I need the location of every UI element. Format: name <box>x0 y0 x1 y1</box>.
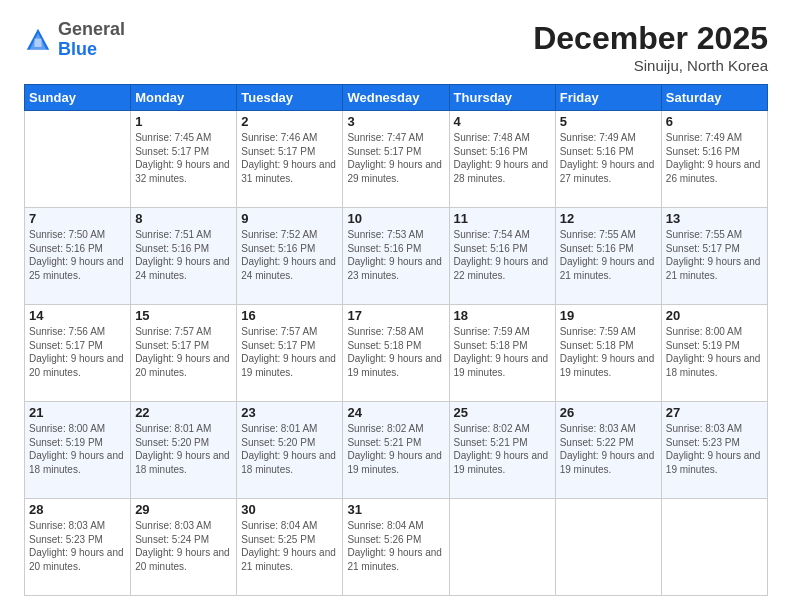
day-number: 9 <box>241 211 338 226</box>
calendar-cell: 24Sunrise: 8:02 AMSunset: 5:21 PMDayligh… <box>343 402 449 499</box>
cell-info: Sunrise: 8:03 AMSunset: 5:23 PMDaylight:… <box>666 422 763 476</box>
calendar-cell: 1Sunrise: 7:45 AMSunset: 5:17 PMDaylight… <box>131 111 237 208</box>
daylight-text: Daylight: 9 hours and 21 minutes. <box>241 547 336 572</box>
daylight-text: Daylight: 9 hours and 24 minutes. <box>135 256 230 281</box>
sunset-text: Sunset: 5:17 PM <box>241 146 315 157</box>
col-thursday: Thursday <box>449 85 555 111</box>
daylight-text: Daylight: 9 hours and 19 minutes. <box>241 353 336 378</box>
calendar-cell: 18Sunrise: 7:59 AMSunset: 5:18 PMDayligh… <box>449 305 555 402</box>
calendar-week-5: 28Sunrise: 8:03 AMSunset: 5:23 PMDayligh… <box>25 499 768 596</box>
sunrise-text: Sunrise: 8:02 AM <box>454 423 530 434</box>
cell-info: Sunrise: 7:55 AMSunset: 5:16 PMDaylight:… <box>560 228 657 282</box>
sunrise-text: Sunrise: 8:04 AM <box>347 520 423 531</box>
sunrise-text: Sunrise: 7:57 AM <box>241 326 317 337</box>
cell-info: Sunrise: 8:03 AMSunset: 5:22 PMDaylight:… <box>560 422 657 476</box>
day-number: 18 <box>454 308 551 323</box>
calendar-cell: 14Sunrise: 7:56 AMSunset: 5:17 PMDayligh… <box>25 305 131 402</box>
sunrise-text: Sunrise: 7:46 AM <box>241 132 317 143</box>
day-number: 31 <box>347 502 444 517</box>
daylight-text: Daylight: 9 hours and 20 minutes. <box>29 547 124 572</box>
calendar-cell: 19Sunrise: 7:59 AMSunset: 5:18 PMDayligh… <box>555 305 661 402</box>
cell-info: Sunrise: 7:57 AMSunset: 5:17 PMDaylight:… <box>135 325 232 379</box>
day-number: 28 <box>29 502 126 517</box>
cell-info: Sunrise: 8:00 AMSunset: 5:19 PMDaylight:… <box>29 422 126 476</box>
calendar-week-1: 1Sunrise: 7:45 AMSunset: 5:17 PMDaylight… <box>25 111 768 208</box>
daylight-text: Daylight: 9 hours and 19 minutes. <box>347 450 442 475</box>
col-wednesday: Wednesday <box>343 85 449 111</box>
cell-info: Sunrise: 7:49 AMSunset: 5:16 PMDaylight:… <box>560 131 657 185</box>
day-number: 3 <box>347 114 444 129</box>
sunrise-text: Sunrise: 7:52 AM <box>241 229 317 240</box>
sunset-text: Sunset: 5:16 PM <box>560 146 634 157</box>
calendar-cell: 25Sunrise: 8:02 AMSunset: 5:21 PMDayligh… <box>449 402 555 499</box>
col-tuesday: Tuesday <box>237 85 343 111</box>
cell-info: Sunrise: 8:04 AMSunset: 5:25 PMDaylight:… <box>241 519 338 573</box>
day-number: 7 <box>29 211 126 226</box>
calendar-cell: 16Sunrise: 7:57 AMSunset: 5:17 PMDayligh… <box>237 305 343 402</box>
day-number: 27 <box>666 405 763 420</box>
day-number: 25 <box>454 405 551 420</box>
sunset-text: Sunset: 5:18 PM <box>347 340 421 351</box>
cell-info: Sunrise: 8:04 AMSunset: 5:26 PMDaylight:… <box>347 519 444 573</box>
day-number: 11 <box>454 211 551 226</box>
sunrise-text: Sunrise: 7:58 AM <box>347 326 423 337</box>
sunset-text: Sunset: 5:17 PM <box>135 146 209 157</box>
calendar-table: Sunday Monday Tuesday Wednesday Thursday… <box>24 84 768 596</box>
day-number: 24 <box>347 405 444 420</box>
day-number: 22 <box>135 405 232 420</box>
calendar-cell <box>555 499 661 596</box>
calendar-cell: 20Sunrise: 8:00 AMSunset: 5:19 PMDayligh… <box>661 305 767 402</box>
cell-info: Sunrise: 7:55 AMSunset: 5:17 PMDaylight:… <box>666 228 763 282</box>
daylight-text: Daylight: 9 hours and 23 minutes. <box>347 256 442 281</box>
daylight-text: Daylight: 9 hours and 18 minutes. <box>666 353 761 378</box>
day-number: 8 <box>135 211 232 226</box>
logo-icon <box>24 26 52 54</box>
cell-info: Sunrise: 7:51 AMSunset: 5:16 PMDaylight:… <box>135 228 232 282</box>
cell-info: Sunrise: 7:48 AMSunset: 5:16 PMDaylight:… <box>454 131 551 185</box>
daylight-text: Daylight: 9 hours and 21 minutes. <box>560 256 655 281</box>
sunset-text: Sunset: 5:23 PM <box>666 437 740 448</box>
sunrise-text: Sunrise: 7:59 AM <box>454 326 530 337</box>
sunrise-text: Sunrise: 8:00 AM <box>666 326 742 337</box>
sunrise-text: Sunrise: 8:01 AM <box>241 423 317 434</box>
sunrise-text: Sunrise: 7:49 AM <box>560 132 636 143</box>
calendar-cell: 5Sunrise: 7:49 AMSunset: 5:16 PMDaylight… <box>555 111 661 208</box>
cell-info: Sunrise: 8:02 AMSunset: 5:21 PMDaylight:… <box>347 422 444 476</box>
sunset-text: Sunset: 5:16 PM <box>666 146 740 157</box>
cell-info: Sunrise: 7:59 AMSunset: 5:18 PMDaylight:… <box>560 325 657 379</box>
calendar-cell: 29Sunrise: 8:03 AMSunset: 5:24 PMDayligh… <box>131 499 237 596</box>
calendar-cell <box>661 499 767 596</box>
sunset-text: Sunset: 5:16 PM <box>454 243 528 254</box>
cell-info: Sunrise: 7:47 AMSunset: 5:17 PMDaylight:… <box>347 131 444 185</box>
sunset-text: Sunset: 5:16 PM <box>560 243 634 254</box>
day-number: 10 <box>347 211 444 226</box>
daylight-text: Daylight: 9 hours and 19 minutes. <box>560 353 655 378</box>
day-number: 4 <box>454 114 551 129</box>
sunrise-text: Sunrise: 7:51 AM <box>135 229 211 240</box>
daylight-text: Daylight: 9 hours and 31 minutes. <box>241 159 336 184</box>
logo: General Blue <box>24 20 125 60</box>
calendar-cell: 31Sunrise: 8:04 AMSunset: 5:26 PMDayligh… <box>343 499 449 596</box>
daylight-text: Daylight: 9 hours and 21 minutes. <box>666 256 761 281</box>
calendar-cell: 30Sunrise: 8:04 AMSunset: 5:25 PMDayligh… <box>237 499 343 596</box>
sunset-text: Sunset: 5:22 PM <box>560 437 634 448</box>
sunrise-text: Sunrise: 8:04 AM <box>241 520 317 531</box>
day-number: 19 <box>560 308 657 323</box>
calendar-cell: 8Sunrise: 7:51 AMSunset: 5:16 PMDaylight… <box>131 208 237 305</box>
daylight-text: Daylight: 9 hours and 21 minutes. <box>347 547 442 572</box>
day-number: 30 <box>241 502 338 517</box>
sunset-text: Sunset: 5:23 PM <box>29 534 103 545</box>
logo-general: General <box>58 19 125 39</box>
sunset-text: Sunset: 5:16 PM <box>454 146 528 157</box>
day-number: 5 <box>560 114 657 129</box>
calendar-week-3: 14Sunrise: 7:56 AMSunset: 5:17 PMDayligh… <box>25 305 768 402</box>
sunrise-text: Sunrise: 7:45 AM <box>135 132 211 143</box>
cell-info: Sunrise: 7:45 AMSunset: 5:17 PMDaylight:… <box>135 131 232 185</box>
sunset-text: Sunset: 5:21 PM <box>347 437 421 448</box>
col-sunday: Sunday <box>25 85 131 111</box>
header: General Blue December 2025 Sinuiju, Nort… <box>24 20 768 74</box>
sunrise-text: Sunrise: 7:50 AM <box>29 229 105 240</box>
calendar-cell: 27Sunrise: 8:03 AMSunset: 5:23 PMDayligh… <box>661 402 767 499</box>
calendar-cell <box>449 499 555 596</box>
sunset-text: Sunset: 5:24 PM <box>135 534 209 545</box>
